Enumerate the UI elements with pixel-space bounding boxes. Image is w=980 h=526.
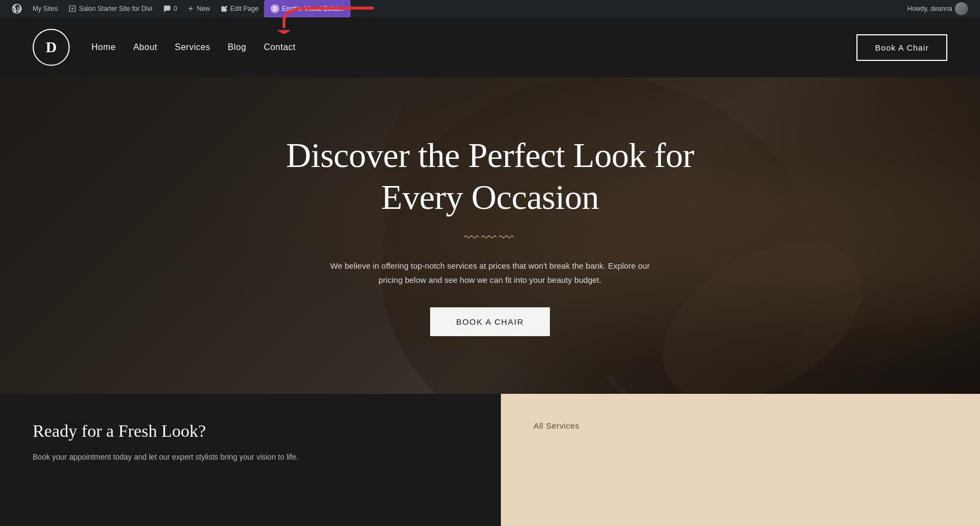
hero-section: Discover the Perfect Look for Every Occa… (0, 77, 980, 394)
bottom-section: Ready for a Fresh Look? Book your appoin… (0, 394, 980, 526)
my-sites-item[interactable]: My Sites (27, 0, 63, 17)
bottom-heading: Ready for a Fresh Look? (33, 421, 468, 441)
hero-description: We believe in offering top-notch service… (327, 259, 653, 287)
admin-bar: My Sites Salon Starter Site for Divi 0 +… (0, 0, 980, 17)
wordpress-logo-item[interactable] (7, 0, 27, 17)
nav-services[interactable]: Services (175, 42, 210, 52)
bottom-right-panel: All Services (501, 394, 980, 526)
enable-visual-builder-item[interactable]: D Enable Visual Builder (264, 0, 351, 17)
hero-title: Discover the Perfect Look for Every Occa… (286, 135, 694, 219)
bottom-left-panel: Ready for a Fresh Look? Book your appoin… (0, 394, 501, 526)
all-services-label[interactable]: All Services (534, 421, 579, 430)
site-name-item[interactable]: Salon Starter Site for Divi (63, 0, 158, 17)
nav-contact[interactable]: Contact (264, 42, 296, 52)
hero-divider: 〰〰〰 (464, 229, 516, 247)
edit-page-item[interactable]: Edit Page (216, 0, 264, 17)
bottom-text: Book your appointment today and let our … (33, 451, 305, 463)
nav-home[interactable]: Home (91, 42, 116, 52)
header-book-chair-button[interactable]: Book A Chair (856, 34, 947, 61)
site-logo[interactable]: D (33, 29, 70, 66)
hero-content: Discover the Perfect Look for Every Occa… (0, 77, 980, 394)
nav-about[interactable]: About (133, 42, 157, 52)
comments-item[interactable]: 0 (158, 0, 183, 17)
new-item[interactable]: + New (182, 0, 215, 17)
hero-book-chair-button[interactable]: Book A Chair (430, 307, 550, 336)
howdy-item[interactable]: Howdy, deanna (902, 0, 974, 17)
site-header: D Home About Services Blog Contact Book … (0, 17, 980, 77)
admin-bar-right: Howdy, deanna (902, 0, 974, 17)
main-navigation: Home About Services Blog Contact (91, 42, 296, 52)
nav-blog[interactable]: Blog (228, 42, 246, 52)
